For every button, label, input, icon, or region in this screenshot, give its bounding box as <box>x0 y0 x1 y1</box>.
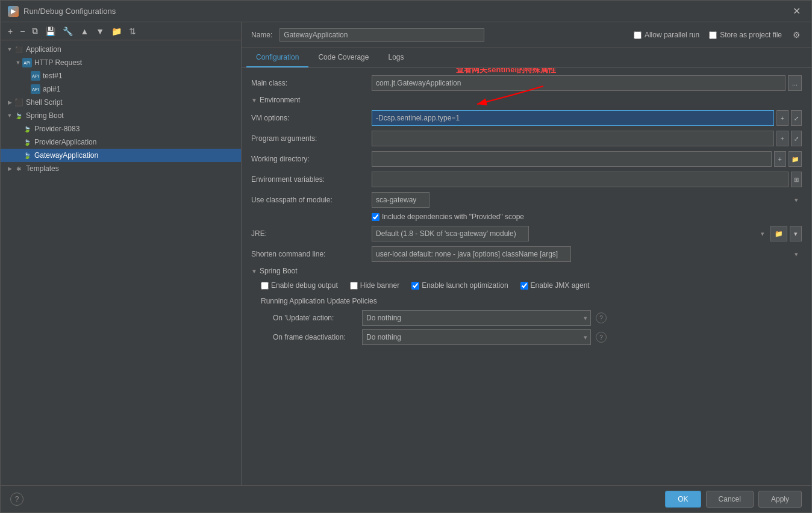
spring-boot-icon: 🍃 <box>14 111 23 120</box>
wrench-button[interactable]: 🔧 <box>60 25 75 37</box>
vm-options-field: + ⤢ <box>372 110 802 126</box>
include-dep-checkbox[interactable] <box>372 213 379 221</box>
name-label: Name: <box>251 31 272 39</box>
on-update-row: On 'Update' action: Do nothing ? <box>261 310 802 326</box>
jre-select[interactable]: Default (1.8 - SDK of 'sca-gateway' modu… <box>372 226 529 241</box>
enable-launch-opt-checkbox[interactable] <box>411 282 419 290</box>
allow-parallel-label: Allow parallel run <box>645 31 699 39</box>
classpath-row: Use classpath of module: sca-gateway <box>251 192 802 208</box>
test1-icon: API <box>31 71 40 81</box>
main-class-browse-button[interactable]: ... <box>788 75 802 91</box>
include-dep-label: Include dependencies with "Provided" sco… <box>382 213 524 221</box>
tree-item-application[interactable]: ▼ ⬛ Application <box>1 43 241 56</box>
tabs: Configuration Code Coverage Logs <box>242 48 811 68</box>
store-as-project-checkbox[interactable] <box>709 31 717 39</box>
gear-button[interactable]: ⚙ <box>792 29 802 41</box>
allow-parallel-checkbox[interactable] <box>634 31 642 39</box>
folder-button[interactable]: 📁 <box>109 25 124 37</box>
name-options: Allow parallel run Store as project file… <box>634 29 802 41</box>
vm-options-input[interactable] <box>372 110 774 126</box>
program-args-add-button[interactable]: + <box>776 131 789 146</box>
apply-button[interactable]: Apply <box>758 491 802 508</box>
tree-item-provider-8083[interactable]: 🍃 Provider-8083 <box>1 122 241 135</box>
shorten-cmd-row: Shorten command line: user-local default… <box>251 246 802 262</box>
down-button[interactable]: ▼ <box>93 25 107 37</box>
program-args-field: + ⤢ <box>372 131 802 146</box>
jre-dropdown-button[interactable]: ▾ <box>790 226 802 241</box>
left-panel: + − ⧉ 💾 🔧 ▲ ▼ 📁 ⇅ ▼ ⬛ Application <box>1 22 242 485</box>
tree-item-api1[interactable]: API api#1 <box>1 82 241 96</box>
ok-button[interactable]: OK <box>665 491 701 508</box>
enable-debug-checkbox-label[interactable]: Enable debug output <box>261 281 338 290</box>
store-as-project-checkbox-row[interactable]: Store as project file <box>709 31 782 39</box>
env-vars-expand-button[interactable]: ⊞ <box>791 172 802 187</box>
close-button[interactable]: ✕ <box>789 4 804 18</box>
spring-boot-section: ▼ Spring Boot Enable debug output Hide b… <box>251 267 802 345</box>
provider8083-icon: 🍃 <box>22 124 32 134</box>
running-update-section: Running Application Update Policies On '… <box>251 297 802 345</box>
working-dir-expand-button[interactable]: 📁 <box>789 151 802 167</box>
api1-icon: API <box>31 84 40 94</box>
tree-label-gateway-application: GatewayApplication <box>34 151 98 160</box>
include-dep-checkbox-label[interactable]: Include dependencies with "Provided" sco… <box>372 213 524 221</box>
on-frame-select[interactable]: Do nothing <box>362 329 591 345</box>
tree-item-test1[interactable]: API test#1 <box>1 69 241 82</box>
vm-options-add-button[interactable]: + <box>776 110 789 126</box>
cancel-button[interactable]: Cancel <box>706 491 754 508</box>
enable-launch-opt-checkbox-label[interactable]: Enable launch optimization <box>411 281 508 290</box>
config-tree: ▼ ⬛ Application ▼ API HTTP Request API t… <box>1 40 241 485</box>
env-vars-label: Environment variables: <box>251 175 372 184</box>
working-dir-add-button[interactable]: + <box>774 151 786 167</box>
classpath-select[interactable]: sca-gateway <box>372 192 429 208</box>
tree-item-provider-application[interactable]: 🍃 ProviderApplication <box>1 135 241 149</box>
bottom-bar: ? OK Cancel Apply <box>1 485 811 512</box>
program-args-label: Program arguments: <box>251 134 372 143</box>
tab-code-coverage[interactable]: Code Coverage <box>308 48 378 67</box>
help-button[interactable]: ? <box>10 493 23 506</box>
tree-label-provider8083: Provider-8083 <box>34 125 80 133</box>
jre-browse-button[interactable]: 📁 <box>770 226 787 241</box>
provider-app-icon: 🍃 <box>22 137 32 147</box>
on-frame-help-button[interactable]: ? <box>596 332 607 343</box>
tab-logs[interactable]: Logs <box>378 48 413 67</box>
working-dir-input[interactable] <box>372 151 772 167</box>
spring-checkboxes: Enable debug output Hide banner Enable l… <box>251 281 802 290</box>
tree-item-shell-script[interactable]: ▶ ⬛ Shell Script <box>1 96 241 109</box>
hide-banner-label: Hide banner <box>360 281 399 290</box>
remove-config-button[interactable]: − <box>17 25 27 37</box>
enable-jmx-checkbox[interactable] <box>520 282 528 290</box>
enable-jmx-checkbox-label[interactable]: Enable JMX agent <box>520 281 590 290</box>
environment-section-header[interactable]: ▼ Environment <box>251 96 802 104</box>
copy-config-button[interactable]: ⧉ <box>30 25 40 37</box>
enable-debug-checkbox[interactable] <box>261 282 269 290</box>
hide-banner-checkbox[interactable] <box>350 282 358 290</box>
sort-button[interactable]: ⇅ <box>126 25 139 37</box>
shorten-cmd-select[interactable]: user-local default: none - java [options… <box>372 246 571 262</box>
tree-item-gateway-application[interactable]: 🍃 GatewayApplication <box>1 149 241 162</box>
name-row: Name: Allow parallel run Store as projec… <box>242 22 811 48</box>
gateway-app-icon: 🍃 <box>22 151 32 160</box>
tree-item-templates[interactable]: ▶ ✱ Templates <box>1 162 241 175</box>
program-args-expand-button[interactable]: ⤢ <box>791 131 802 146</box>
main-class-input[interactable] <box>372 75 785 91</box>
on-update-help-button[interactable]: ? <box>596 312 607 323</box>
save-config-button[interactable]: 💾 <box>43 25 58 37</box>
on-frame-select-wrap: Do nothing <box>362 329 591 345</box>
up-button[interactable]: ▲ <box>78 25 91 37</box>
name-input[interactable] <box>280 28 484 42</box>
hide-banner-checkbox-label[interactable]: Hide banner <box>350 281 399 290</box>
on-update-select[interactable]: Do nothing <box>362 310 591 326</box>
tree-item-spring-boot[interactable]: ▼ 🍃 Spring Boot <box>1 109 241 122</box>
on-frame-label: On frame deactivation: <box>261 333 357 341</box>
spring-boot-section-header[interactable]: ▼ Spring Boot <box>251 267 802 275</box>
env-vars-input[interactable] <box>372 172 789 187</box>
program-args-input[interactable] <box>372 131 774 146</box>
add-config-button[interactable]: + <box>5 25 15 37</box>
allow-parallel-checkbox-row[interactable]: Allow parallel run <box>634 31 699 39</box>
vm-options-expand-button[interactable]: ⤢ <box>791 110 802 126</box>
tab-configuration[interactable]: Configuration <box>246 48 308 67</box>
tree-item-http-request[interactable]: ▼ API HTTP Request <box>1 56 241 69</box>
annotation-text: 查看网关sentinel的特殊属性 <box>456 68 556 75</box>
tree-label-api1: api#1 <box>43 85 60 93</box>
enable-debug-label: Enable debug output <box>271 281 338 290</box>
